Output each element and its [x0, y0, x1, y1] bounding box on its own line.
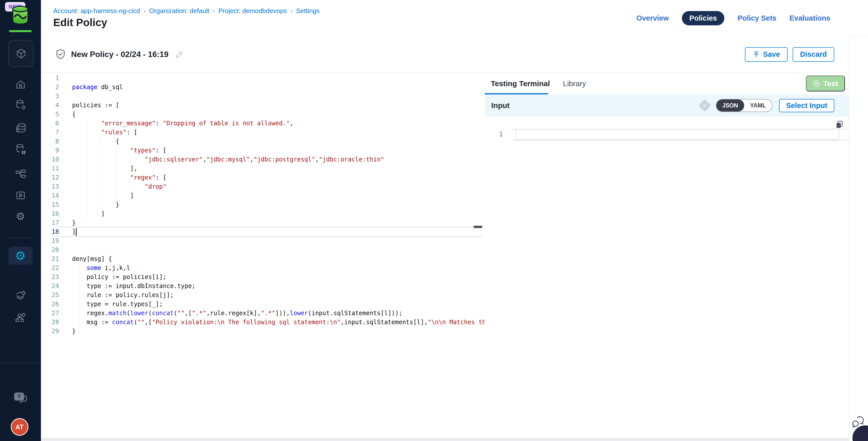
code-line[interactable]: 1 [41, 73, 485, 83]
sidebar-module-selector[interactable] [8, 40, 34, 67]
line-content: "jdbc:sqlserver","jdbc:mysql","jdbc:post… [72, 155, 384, 164]
code-line[interactable]: 16 ] [41, 209, 485, 218]
sidebar-item-executions[interactable] [0, 189, 41, 201]
line-number: 2 [41, 83, 59, 92]
indent-guide [87, 119, 87, 128]
flowchart-icon [15, 169, 26, 179]
scrollbar-thumb[interactable] [474, 226, 482, 228]
sidebar-item-help[interactable]: ? [0, 392, 41, 404]
copy-icon[interactable] [835, 120, 843, 129]
sidebar-item-infrastructure[interactable] [0, 311, 41, 323]
code-line[interactable]: 9 "types": [ [41, 146, 485, 155]
tab-library[interactable]: Library [563, 80, 586, 88]
code-line[interactable]: 20 [41, 245, 485, 254]
logo-underline [9, 30, 32, 32]
test-input-field[interactable] [516, 129, 839, 139]
indent-guide [87, 128, 87, 137]
code-line[interactable]: 22 some i,j,k,l [41, 263, 485, 273]
sidebar-item-db-settings[interactable] [0, 99, 41, 111]
line-content: ] [72, 227, 76, 236]
breadcrumb-link[interactable]: Settings [296, 7, 320, 15]
code-line[interactable]: 10 "jdbc:sqlserver","jdbc:mysql","jdbc:p… [41, 155, 485, 164]
breadcrumb-link[interactable]: Organization: default [149, 7, 209, 15]
code-line[interactable]: 15 } [41, 200, 485, 209]
breadcrumb-link[interactable]: Account: app-harness-ng-cicd [53, 7, 140, 15]
code-line[interactable]: 29} [41, 327, 485, 336]
policy-code-editor[interactable]: 12package db_sql34policies := [5{6 "erro… [41, 73, 485, 438]
code-line[interactable]: 4policies := [ [41, 101, 485, 110]
active-tab-underline [485, 93, 548, 94]
code-line[interactable]: 11 ], [41, 164, 485, 173]
nav-item-policy-sets[interactable]: Policy Sets [737, 11, 776, 25]
code-line[interactable]: 14 ] [41, 191, 485, 200]
line-number: 15 [41, 200, 59, 209]
horizontal-scrollbar[interactable] [41, 438, 849, 441]
sidebar-item-pipelines[interactable] [0, 168, 41, 180]
sidebar-item-environments[interactable] [0, 289, 41, 302]
code-line[interactable]: 2package db_sql [41, 83, 485, 92]
sidebar-item-db-instances[interactable] [0, 122, 41, 134]
sidebar-divider [7, 238, 34, 238]
line-content: "drop" [72, 182, 166, 191]
indent-guide [116, 173, 116, 182]
nav-item-policies[interactable]: Policies [682, 11, 724, 25]
nav-item-overview[interactable]: Overview [637, 11, 669, 25]
edit-name-button[interactable] [175, 50, 184, 59]
network-gear-icon [14, 311, 27, 323]
help-chat-icon: ? [14, 392, 27, 404]
code-line[interactable]: 17} [41, 218, 485, 227]
save-button[interactable]: Save [745, 47, 787, 62]
code-line[interactable]: 21deny[msg] { [41, 254, 485, 263]
nav-item-evaluations[interactable]: Evaluations [789, 11, 830, 25]
indent-guide [101, 137, 101, 146]
code-line[interactable]: 3 [41, 92, 485, 101]
current-line-border [513, 139, 849, 141]
code-line[interactable]: 6 "error_message": "Dropping of table is… [41, 119, 485, 128]
indent-guide [101, 173, 101, 182]
sidebar-item-settings[interactable]: ⚙ [0, 211, 41, 222]
code-line[interactable]: 19 [41, 236, 485, 245]
indent-guide [116, 164, 116, 173]
line-number: 4 [41, 101, 59, 110]
code-line[interactable]: 24 type := input.dbInstance.type; [41, 282, 485, 290]
code-line[interactable]: 28 msg := concat("",["Policy violation:\… [41, 318, 485, 327]
code-line[interactable]: 7 "rules": [ [41, 128, 485, 137]
code-line[interactable]: 5{ [41, 110, 485, 119]
code-line[interactable]: 25 rule := policy.rules[j]; [41, 290, 485, 300]
discard-button[interactable]: Discard [793, 47, 834, 62]
sidebar-item-governance-active[interactable]: ⚙ [8, 247, 33, 265]
line-content: policies := [ [72, 101, 119, 110]
format-json[interactable]: JSON [716, 99, 744, 112]
line-content: rule := policy.rules[j]; [72, 290, 174, 300]
indent-guide [116, 191, 116, 200]
line-content: ] [72, 191, 134, 200]
line-number: 6 [41, 119, 59, 128]
code-line[interactable]: 8 { [41, 137, 485, 146]
code-line[interactable]: 27 regex.match(lower(concat("",[".*",rul… [41, 309, 485, 318]
code-line[interactable]: 12 "regex": [ [41, 173, 485, 182]
sidebar-divider [2, 363, 39, 363]
tab-testing-terminal[interactable]: Testing Terminal [491, 80, 550, 88]
line-number: 11 [41, 164, 59, 173]
code-line[interactable]: 18] [41, 227, 485, 236]
code-line[interactable]: 26 type = rule.types[_]; [41, 300, 485, 309]
test-button[interactable]: Test [806, 75, 845, 91]
line-content: } [72, 218, 75, 227]
code-line[interactable]: 23 policy := policies[i]; [41, 273, 485, 282]
input-editor[interactable]: 1 [485, 117, 849, 167]
harness-dbdevops-logo-icon[interactable] [11, 5, 29, 25]
indent-guide [130, 155, 130, 164]
user-avatar[interactable]: AT [11, 418, 28, 436]
sidebar-item-home[interactable] [0, 78, 41, 91]
indent-guide [101, 155, 101, 164]
line-number: 10 [41, 155, 59, 164]
breadcrumb-separator: › [209, 7, 218, 14]
sidebar-item-db-schemas[interactable] [0, 143, 41, 155]
breadcrumb-link[interactable]: Project: demodbdevops [218, 7, 287, 15]
code-format-icon[interactable]: ‹/› [698, 99, 711, 112]
line-content: regex.match(lower(concat("",[".*",rule.r… [72, 309, 402, 318]
code-line[interactable]: 13 "drop" [41, 182, 485, 191]
line-content: policy := policies[i]; [72, 273, 166, 282]
format-yaml[interactable]: YAML [744, 99, 772, 112]
select-input-button[interactable]: Select Input [779, 99, 834, 112]
